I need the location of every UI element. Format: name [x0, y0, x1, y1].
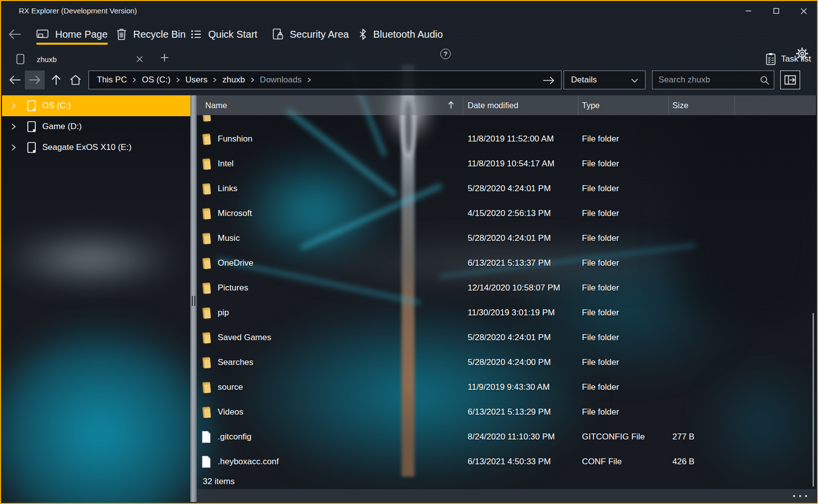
file-row[interactable]: Searches 5/28/2020 4:24:00 PM File folde… [197, 350, 816, 375]
nav-item-home-page[interactable]: Home Page [36, 25, 108, 44]
search-icon[interactable] [759, 75, 770, 85]
nav-item-bluetooth-audio[interactable]: Bluetooth Audio [359, 25, 443, 44]
column-header-type[interactable]: Type [582, 95, 600, 115]
file-row[interactable]: .heyboxacc.conf 6/13/2021 4:50:33 PM CON… [197, 449, 816, 474]
folder-icon [201, 282, 213, 294]
nav-item-quick-start[interactable]: Quick Start [190, 25, 257, 44]
forward-button[interactable] [25, 71, 45, 89]
breadcrumb-item[interactable]: Users [185, 75, 207, 85]
tab-zhuxb[interactable]: zhuxb [7, 49, 151, 70]
folder-icon [201, 331, 213, 344]
drive-label: Seagate ExOS X10 (E:) [42, 143, 132, 152]
title-bar[interactable]: RX Explorer (Development Version) [1, 1, 817, 22]
breadcrumb: This PC OS (C:) Users zhuxb Downloads [97, 75, 311, 85]
file-date-modified: 5/28/2020 4:24:01 PM [468, 226, 551, 251]
sidebar-item-game-d[interactable]: Game (D:) [2, 116, 190, 137]
address-bar[interactable]: This PC OS (C:) Users zhuxb Downloads [88, 71, 562, 89]
minimize-button[interactable] [737, 1, 760, 21]
task-list-button[interactable]: Task list [765, 49, 811, 70]
file-list: Funshion 11/8/2019 11:52:00 AM File fold… [197, 115, 816, 474]
file-row[interactable]: Saved Games 5/28/2020 4:24:01 PM File fo… [197, 325, 816, 350]
folder-icon [201, 381, 213, 394]
nav-item-recycle-bin[interactable]: Recycle Bin [116, 25, 186, 44]
pane-splitter[interactable] [190, 95, 197, 502]
secondary-pane-button[interactable] [780, 71, 800, 89]
file-name: Music [218, 226, 240, 251]
file-row[interactable]: Music 5/28/2020 4:24:01 PM File folder [197, 226, 816, 251]
app-window: RX Explorer (Development Version) Home P… [0, 0, 818, 504]
nav-back-button[interactable] [8, 28, 22, 41]
active-nav-underline [36, 43, 108, 45]
breadcrumb-item-current[interactable]: Downloads [260, 75, 302, 85]
task-list-label: Task list [781, 54, 811, 64]
folder-icon [201, 257, 213, 270]
breadcrumb-item[interactable]: This PC [97, 75, 127, 85]
nav-item-security-area[interactable]: Security Area [272, 25, 349, 44]
file-date-modified: 5/28/2020 4:24:01 PM [468, 325, 551, 350]
window-title: RX Explorer (Development Version) [19, 1, 137, 22]
chevron-right-icon [250, 77, 254, 82]
up-button[interactable] [48, 71, 65, 89]
file-type: GITCONFIG File [582, 425, 645, 449]
window-chrome: RX Explorer (Development Version) Home P… [1, 1, 817, 95]
file-row[interactable]: Videos 6/13/2021 5:13:29 PM File folder [197, 400, 816, 425]
file-row[interactable]: Intel 11/8/2019 10:54:17 AM File folder [197, 151, 816, 176]
expand-chevron-icon[interactable] [11, 123, 16, 131]
more-options-icon[interactable] [793, 495, 807, 497]
breadcrumb-item[interactable]: OS (C:) [142, 75, 170, 85]
file-type: File folder [582, 325, 619, 350]
view-mode-dropdown[interactable]: Details [564, 71, 646, 89]
drive-icon [26, 142, 37, 153]
partially-scrolled-folder-icon [201, 115, 213, 122]
file-name: Videos [218, 400, 244, 425]
chevron-right-icon [213, 77, 217, 82]
file-type: File folder [582, 350, 619, 375]
back-button[interactable] [6, 71, 24, 89]
sidebar-item-seagate-e[interactable]: Seagate ExOS X10 (E:) [2, 137, 190, 158]
search-input[interactable] [653, 71, 774, 89]
expand-chevron-icon[interactable] [11, 102, 16, 110]
column-header-date-modified[interactable]: Date modified [468, 95, 518, 115]
close-button[interactable] [792, 1, 815, 21]
file-row[interactable]: Pictures 12/14/2020 10:58:07 PM File fol… [197, 276, 816, 300]
breadcrumb-item[interactable]: zhuxb [222, 75, 245, 85]
file-name: Microsoft [218, 201, 252, 226]
chevron-down-icon [631, 78, 638, 83]
home-button[interactable] [67, 71, 84, 89]
folder-icon [201, 356, 213, 369]
file-row[interactable]: Links 5/28/2020 4:24:01 PM File folder [197, 176, 816, 201]
file-row[interactable]: source 11/9/2019 9:43:30 AM File folder [197, 375, 816, 400]
tab-close-icon[interactable] [135, 55, 144, 64]
status-item-count: 32 items [203, 474, 235, 489]
expand-chevron-icon[interactable] [11, 144, 16, 151]
file-type: CONF File [582, 449, 622, 474]
file-date-modified: 11/8/2019 11:52:00 AM [468, 127, 554, 151]
sidebar-item-os-c[interactable]: OS (C:) [2, 95, 190, 116]
file-row[interactable]: Microsoft 4/15/2020 2:56:13 PM File fold… [197, 201, 816, 226]
vertical-scrollbar[interactable] [813, 313, 814, 487]
go-arrow-icon[interactable] [542, 75, 555, 85]
search-box [652, 71, 774, 89]
file-list-pane: Name Date modified Type Size Funshion 11… [197, 95, 816, 502]
file-name: Searches [218, 350, 253, 375]
maximize-icon [773, 8, 779, 14]
file-row[interactable]: OneDrive 6/13/2021 5:13:37 PM File folde… [197, 251, 816, 276]
file-row[interactable]: Funshion 11/8/2019 11:52:00 AM File fold… [197, 127, 816, 151]
file-date-modified: 6/13/2021 4:50:33 PM [468, 449, 551, 474]
file-row[interactable]: pip 11/30/2019 3:01:19 PM File folder [197, 300, 816, 325]
file-type: File folder [582, 127, 619, 151]
file-date-modified: 11/8/2019 10:54:17 AM [468, 151, 555, 176]
chevron-right-icon [176, 77, 180, 82]
file-type: File folder [582, 375, 619, 400]
file-date-modified: 5/28/2020 4:24:00 PM [468, 350, 551, 375]
file-date-modified: 6/13/2021 5:13:29 PM [468, 400, 551, 425]
drive-label: Game (D:) [42, 122, 82, 132]
new-tab-icon[interactable] [160, 53, 169, 62]
file-row[interactable]: .gitconfig 8/24/2020 11:10:30 PM GITCONF… [197, 425, 816, 449]
recycle-bin-icon [116, 28, 127, 40]
column-header-size[interactable]: Size [672, 95, 688, 115]
maximize-button[interactable] [765, 1, 788, 21]
nav-item-label: Recycle Bin [133, 29, 186, 40]
bluetooth-icon [359, 28, 367, 40]
column-header-name[interactable]: Name [205, 95, 227, 115]
